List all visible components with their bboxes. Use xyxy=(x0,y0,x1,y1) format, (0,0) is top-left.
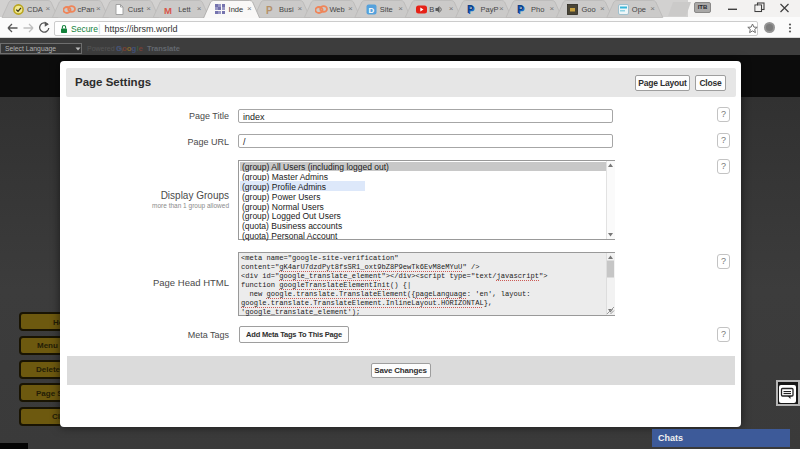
svg-text:P: P xyxy=(467,4,474,15)
svg-text:P: P xyxy=(517,4,524,15)
svg-text:P: P xyxy=(266,5,273,16)
svg-text:D: D xyxy=(368,6,374,15)
svg-text:M: M xyxy=(164,5,172,16)
